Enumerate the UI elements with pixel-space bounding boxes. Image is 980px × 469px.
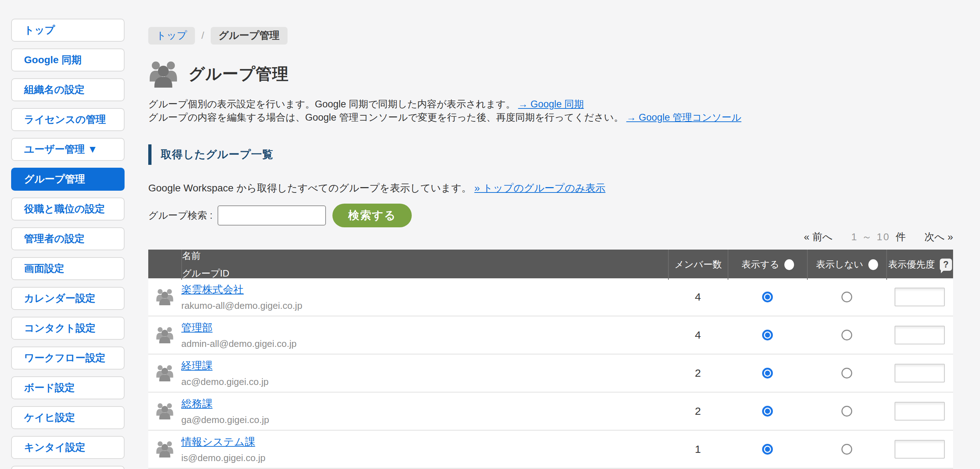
table-header-name: 名前 グループID — [181, 250, 668, 280]
group-id: ac@demo.gigei.co.jp — [181, 376, 269, 388]
show-radio[interactable] — [762, 368, 773, 378]
group-search-row: グループ検索 : 検索する — [148, 204, 953, 227]
table-header-priority-label: 表示優先度 — [888, 258, 935, 271]
breadcrumb-home-link[interactable]: トップ — [156, 30, 187, 41]
priority-help-icon[interactable]: ? — [940, 258, 952, 271]
sidebar-item[interactable]: ボード設定 — [11, 376, 124, 399]
sidebar-item[interactable]: 組織名の設定 — [11, 78, 124, 101]
sidebar-item-label: カレンダー設定 — [24, 292, 95, 305]
priority-input[interactable] — [894, 440, 945, 459]
priority-input[interactable] — [894, 402, 945, 421]
priority-input[interactable] — [894, 364, 945, 383]
sidebar-item[interactable]: キンタイ設定 — [11, 436, 124, 459]
group-name-link[interactable]: 管理部 — [181, 321, 213, 335]
row-name-cell: 情報システム課 is@demo.gigei.co.jp — [181, 435, 668, 464]
search-button[interactable]: 検索する — [332, 204, 412, 227]
sidebar-item-label: 画面設定 — [24, 262, 64, 276]
table-header-show: 表示する — [728, 250, 807, 280]
sidebar-item[interactable]: コンタクト設定 — [11, 317, 124, 340]
hide-radio[interactable] — [842, 444, 852, 455]
google-admin-console-link[interactable]: → Google 管理コンソール — [627, 112, 741, 123]
hide-radio[interactable] — [842, 292, 852, 302]
table-row: 管理部 admin-all@demo.gigei.co.jp 4 — [148, 316, 953, 354]
hide-all-radio[interactable] — [869, 259, 878, 270]
table-row: 総務課 ga@demo.gigei.co.jp 2 — [148, 392, 953, 431]
pagination-next-link[interactable]: 次へ » — [924, 231, 953, 242]
group-table-body: 楽雲株式会社 rakumo-all@demo.gigei.co.jp 4 管理部… — [148, 278, 953, 469]
row-icon-cell — [148, 440, 181, 458]
table-header-row: 名前 グループID メンバー数 表示する 表示しない 表示優先度 ? — [148, 250, 953, 278]
member-count: 4 — [668, 291, 728, 303]
page-description: グループ個別の表示設定を行います。Google 同期で同期した内容が表示されます… — [148, 98, 953, 124]
sidebar-item[interactable]: ライセンスの管理 — [11, 108, 124, 131]
sidebar-item-label: 管理者の設定 — [24, 232, 85, 246]
table-header-icon-col — [148, 250, 181, 280]
pagination-range-unit: 件 — [896, 231, 906, 242]
sidebar: トップ Google 同期 組織名の設定 ライセンスの管理 ユーザー管理 ▼ グ… — [11, 19, 124, 469]
group-users-icon — [156, 364, 174, 381]
row-name-cell: 管理部 admin-all@demo.gigei.co.jp — [181, 321, 668, 349]
row-icon-cell — [148, 402, 181, 420]
main-content: トップ / グループ管理 グループ管理 グループ個別の表示設定を行います。Goo… — [148, 27, 953, 469]
sidebar-item[interactable]: ワークフロー設定 — [11, 346, 124, 370]
group-users-icon — [156, 326, 174, 343]
show-cell — [728, 444, 807, 455]
sidebar-item-partial[interactable] — [11, 466, 124, 469]
show-all-radio[interactable] — [784, 259, 794, 270]
top-groups-only-link[interactable]: » トップのグループのみ表示 — [474, 182, 605, 193]
sidebar-item[interactable]: Google 同期 — [11, 48, 124, 72]
priority-input[interactable] — [894, 288, 945, 306]
breadcrumb-separator: / — [201, 30, 204, 41]
sidebar-item-label: ワークフロー設定 — [24, 351, 105, 365]
breadcrumb-current: グループ管理 — [211, 27, 288, 45]
row-name-cell: 総務課 ga@demo.gigei.co.jp — [181, 397, 668, 426]
hide-radio[interactable] — [842, 368, 852, 378]
group-name-link[interactable]: 経理課 — [181, 359, 213, 373]
sidebar-item[interactable]: 画面設定 — [11, 257, 124, 280]
sidebar-item-label: トップ — [24, 23, 55, 37]
sidebar-item[interactable]: 管理者の設定 — [11, 227, 124, 250]
member-count: 2 — [668, 367, 728, 379]
sidebar-item-label: ボード設定 — [24, 381, 75, 395]
sidebar-item-label: Google 同期 — [24, 53, 81, 67]
group-name-link[interactable]: 情報システム課 — [181, 435, 255, 449]
show-radio[interactable] — [762, 444, 773, 455]
show-cell — [728, 330, 807, 340]
sidebar-item[interactable]: ユーザー管理 ▼ — [11, 138, 124, 161]
show-radio[interactable] — [762, 292, 773, 302]
table-header-members-label: メンバー数 — [675, 258, 722, 271]
show-cell — [728, 368, 807, 378]
table-row: 情報システム課 is@demo.gigei.co.jp 1 — [148, 431, 953, 469]
show-radio[interactable] — [762, 406, 773, 416]
pagination-range-number: 1 ～ 10 — [851, 231, 890, 242]
list-description-text: Google Workspace から取得したすべてのグループを表示しています。 — [148, 182, 472, 193]
priority-input[interactable] — [894, 326, 945, 345]
sidebar-item-label: グループ管理 — [24, 172, 85, 186]
hide-cell — [807, 292, 886, 302]
page-title: グループ管理 — [188, 63, 289, 85]
show-radio[interactable] — [762, 330, 773, 340]
group-name-link[interactable]: 総務課 — [181, 397, 213, 411]
hide-radio[interactable] — [842, 330, 852, 340]
sidebar-item[interactable]: ケイヒ設定 — [11, 406, 124, 429]
member-count-value: 1 — [695, 443, 701, 455]
sidebar-item-label: 役職と職位の設定 — [24, 202, 105, 216]
pagination-prev-link[interactable]: « 前へ — [804, 231, 832, 242]
sidebar-item-label: ライセンスの管理 — [24, 113, 106, 126]
row-name-cell: 経理課 ac@demo.gigei.co.jp — [181, 359, 668, 388]
group-name-link[interactable]: 楽雲株式会社 — [181, 282, 244, 297]
group-users-icon — [156, 402, 174, 420]
pagination-range: 1 ～ 10 件 — [851, 231, 908, 242]
row-name-cell: 楽雲株式会社 rakumo-all@demo.gigei.co.jp — [181, 282, 668, 311]
member-count: 2 — [668, 405, 728, 417]
group-search-input[interactable] — [218, 206, 326, 225]
sidebar-item-active[interactable]: グループ管理 — [11, 168, 124, 191]
sidebar-item[interactable]: トップ — [11, 19, 124, 41]
member-count: 4 — [668, 329, 728, 341]
sidebar-item[interactable]: 役職と職位の設定 — [11, 198, 124, 220]
sidebar-item[interactable]: カレンダー設定 — [11, 287, 124, 310]
hide-radio[interactable] — [842, 406, 852, 416]
show-cell — [728, 406, 807, 416]
member-count-value: 2 — [695, 367, 701, 379]
google-sync-link[interactable]: → Google 同期 — [518, 99, 584, 110]
